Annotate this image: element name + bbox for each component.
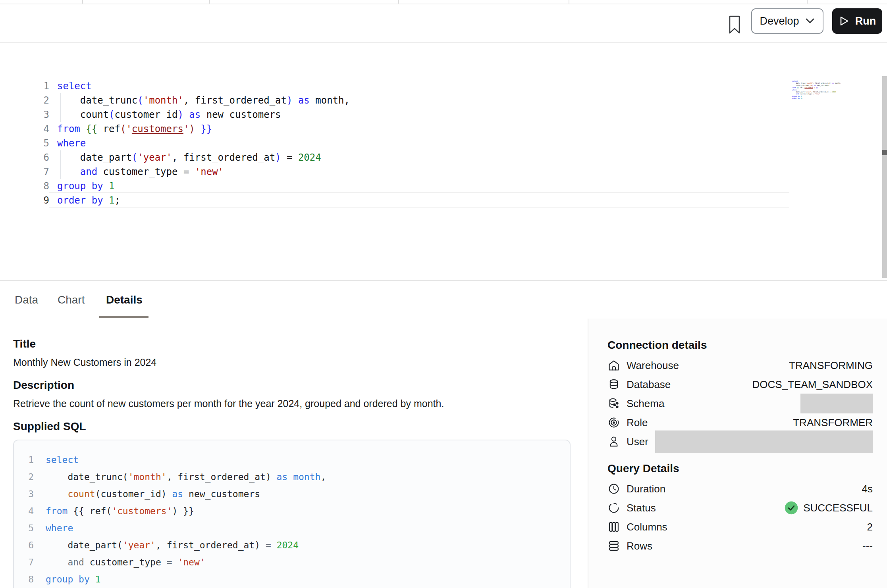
- schema-label: Schema: [627, 398, 664, 410]
- row-status: Status SUCCESSFUL: [607, 498, 873, 517]
- database-value: DOCS_TEAM_SANDBOX: [752, 379, 873, 391]
- query-details-heading: Query Details: [607, 462, 873, 475]
- connection-details-panel: Connection details Warehouse TRANSFORMIN…: [588, 319, 887, 588]
- columns-value: 2: [867, 521, 873, 533]
- editor-scrollbar[interactable]: [882, 76, 887, 278]
- rows-value: ---: [862, 540, 873, 552]
- database-label: Database: [627, 379, 671, 391]
- indent-guide: [60, 150, 61, 179]
- tab-separator: [807, 0, 808, 4]
- status-value: SUCCESSFUL: [784, 501, 873, 515]
- row-database: Database DOCS_TEAM_SANDBOX: [607, 375, 873, 394]
- app-window: Develop Run Query completed in 4s: [0, 0, 887, 588]
- scrollbar-thumb[interactable]: [882, 150, 887, 155]
- description-value: Retrieve the count of new customers per …: [13, 398, 444, 409]
- row-duration: Duration 4s: [607, 479, 873, 498]
- run-button[interactable]: Run: [832, 8, 882, 34]
- tab-details[interactable]: Details: [106, 281, 143, 319]
- indent-guide: [60, 93, 61, 122]
- row-columns: Columns 2: [607, 517, 873, 536]
- status-label: Status: [627, 502, 656, 514]
- top-tab-strip: [0, 0, 887, 4]
- warehouse-value: TRANSFORMING: [789, 359, 873, 372]
- supplied-sql-code-block: 1select2 date_trunc('month', first_order…: [13, 440, 571, 588]
- tab-separator: [82, 0, 83, 4]
- bookmark-button[interactable]: [726, 15, 743, 35]
- clock-icon: [607, 482, 620, 495]
- title-heading: Title: [13, 338, 36, 350]
- bookmark-icon: [726, 15, 743, 35]
- row-rows: Rows ---: [607, 536, 873, 555]
- tab-data[interactable]: Data: [15, 281, 38, 319]
- supplied-sql-heading: Supplied SQL: [13, 420, 86, 433]
- run-label: Run: [855, 15, 876, 27]
- editor-minimap[interactable]: select date_trunc('month', first_ordered…: [792, 80, 837, 100]
- role-label: Role: [627, 417, 648, 429]
- develop-label: Develop: [760, 15, 799, 27]
- active-tab-indicator: [99, 316, 148, 318]
- success-check-icon: [784, 501, 798, 515]
- columns-icon: [607, 521, 620, 533]
- editor-code: 1select2 date_trunc('month', first_order…: [0, 79, 789, 208]
- row-warehouse: Warehouse TRANSFORMING: [607, 356, 873, 375]
- schema-icon: [607, 397, 620, 410]
- schema-value-redacted: [800, 394, 873, 413]
- database-icon: [607, 378, 620, 391]
- chevron-down-icon: [805, 17, 815, 25]
- tab-separator: [398, 0, 399, 4]
- duration-label: Duration: [627, 483, 665, 495]
- status-value-text: SUCCESSFUL: [803, 502, 873, 514]
- user-label: User: [627, 436, 648, 448]
- role-target-icon: [607, 416, 620, 429]
- title-value: Monthly New Customers in 2024: [13, 357, 156, 368]
- user-icon: [607, 435, 620, 448]
- columns-label: Columns: [627, 521, 667, 533]
- row-schema: Schema: [607, 394, 873, 413]
- sql-editor[interactable]: 1select2 date_trunc('month', first_order…: [0, 43, 887, 280]
- warehouse-label: Warehouse: [627, 359, 679, 372]
- details-panel: Title Monthly New Customers in 2024 Desc…: [0, 319, 887, 588]
- role-value: TRANSFORMER: [793, 417, 873, 429]
- develop-dropdown-button[interactable]: Develop: [751, 8, 823, 34]
- results-tabbar: Data Chart Details: [0, 280, 887, 319]
- duration-value: 4s: [862, 483, 873, 495]
- row-user: User: [607, 432, 873, 451]
- row-role: Role TRANSFORMER: [607, 413, 873, 432]
- tab-separator: [569, 0, 569, 4]
- status-refresh-icon: [607, 502, 620, 514]
- toolbar: Develop Run: [0, 4, 887, 43]
- user-value-redacted: [655, 430, 873, 453]
- warehouse-icon: [607, 359, 620, 372]
- tab-separator: [209, 0, 210, 4]
- rows-icon: [607, 540, 620, 552]
- connection-details-heading: Connection details: [607, 338, 873, 352]
- play-icon: [839, 15, 850, 27]
- rows-label: Rows: [627, 540, 652, 552]
- tab-chart[interactable]: Chart: [58, 281, 85, 319]
- description-heading: Description: [13, 379, 74, 392]
